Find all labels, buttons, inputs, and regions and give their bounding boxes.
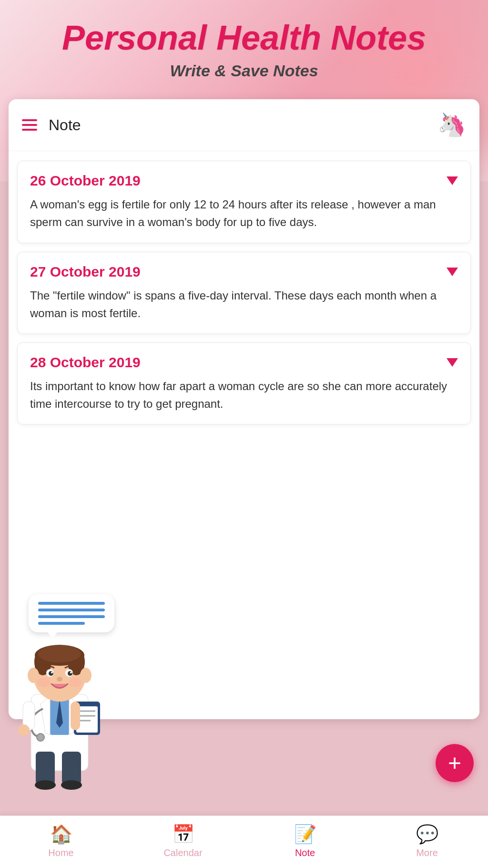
note-text-2: The "fertile window" is spans a five-day… bbox=[30, 287, 458, 322]
svg-point-32 bbox=[37, 678, 51, 687]
svg-point-9 bbox=[37, 734, 44, 741]
bottom-nav: 🏠 Home 📅 Calendar 📝 Note 💬 More bbox=[0, 816, 488, 868]
note-header: Note 🦄 bbox=[9, 99, 479, 151]
svg-point-22 bbox=[38, 645, 81, 662]
note-date-1: 26 October 2019 bbox=[30, 173, 141, 189]
svg-point-3 bbox=[35, 780, 56, 790]
note-date-2: 27 October 2019 bbox=[30, 264, 141, 280]
note-icon: 📝 bbox=[294, 824, 316, 845]
note-card-2[interactable]: 27 October 2019 The "fertile window" is … bbox=[17, 252, 471, 334]
note-text-1: A woman's egg is fertile for only 12 to … bbox=[30, 196, 458, 231]
nav-item-note[interactable]: 📝 Note bbox=[244, 824, 366, 858]
add-note-fab-button[interactable]: + bbox=[436, 744, 474, 782]
bubble-line-3 bbox=[38, 615, 105, 618]
dropdown-arrow-1[interactable] bbox=[447, 176, 458, 185]
note-card-3[interactable]: 28 October 2019 Its important to know ho… bbox=[17, 342, 471, 424]
note-screen-title: Note bbox=[49, 116, 437, 134]
note-card-2-header: 27 October 2019 bbox=[30, 264, 458, 280]
add-icon: + bbox=[448, 752, 461, 775]
notes-list: 26 October 2019 A woman's egg is fertile… bbox=[9, 151, 479, 434]
note-card-1[interactable]: 26 October 2019 A woman's egg is fertile… bbox=[17, 161, 471, 243]
note-card-1-header: 26 October 2019 bbox=[30, 173, 458, 189]
note-date-3: 28 October 2019 bbox=[30, 354, 141, 371]
nav-label-calendar: Calendar bbox=[163, 847, 202, 858]
nav-item-more[interactable]: 💬 More bbox=[366, 824, 488, 858]
nav-label-note: Note bbox=[295, 847, 315, 858]
doctor-character bbox=[0, 594, 133, 792]
more-icon: 💬 bbox=[416, 824, 438, 845]
nav-label-home: Home bbox=[48, 847, 73, 858]
nav-item-home[interactable]: 🏠 Home bbox=[0, 824, 122, 858]
nav-label-more: More bbox=[416, 847, 438, 858]
svg-point-17 bbox=[18, 724, 30, 736]
bubble-line-2 bbox=[38, 609, 105, 611]
dropdown-arrow-3[interactable] bbox=[447, 358, 458, 367]
hamburger-menu-button[interactable] bbox=[22, 119, 37, 131]
note-text-3: Its important to know how far apart a wo… bbox=[30, 377, 458, 413]
svg-point-29 bbox=[51, 672, 53, 673]
speech-bubble bbox=[29, 594, 114, 632]
app-subtitle: Write & Save Notes bbox=[14, 62, 474, 80]
bubble-line-4 bbox=[38, 622, 85, 625]
nav-item-calendar[interactable]: 📅 Calendar bbox=[122, 824, 244, 858]
svg-point-28 bbox=[68, 671, 72, 676]
svg-point-33 bbox=[69, 678, 82, 687]
app-title: Personal Health Notes bbox=[14, 19, 474, 57]
unicorn-avatar: 🦄 bbox=[437, 111, 466, 139]
svg-point-4 bbox=[61, 780, 82, 790]
svg-point-23 bbox=[28, 668, 39, 683]
app-header: Personal Health Notes Write & Save Notes bbox=[0, 0, 488, 90]
svg-point-31 bbox=[57, 677, 62, 682]
svg-point-27 bbox=[49, 671, 53, 676]
svg-point-30 bbox=[70, 672, 72, 673]
note-card-3-header: 28 October 2019 bbox=[30, 354, 458, 371]
svg-rect-1 bbox=[36, 752, 55, 785]
dropdown-arrow-2[interactable] bbox=[447, 268, 458, 276]
calendar-icon: 📅 bbox=[172, 824, 194, 845]
home-icon: 🏠 bbox=[50, 824, 72, 845]
bubble-line-1 bbox=[38, 602, 105, 605]
svg-point-24 bbox=[80, 668, 92, 683]
svg-rect-15 bbox=[71, 702, 80, 730]
doctor-svg bbox=[5, 628, 114, 792]
svg-rect-2 bbox=[62, 752, 81, 785]
